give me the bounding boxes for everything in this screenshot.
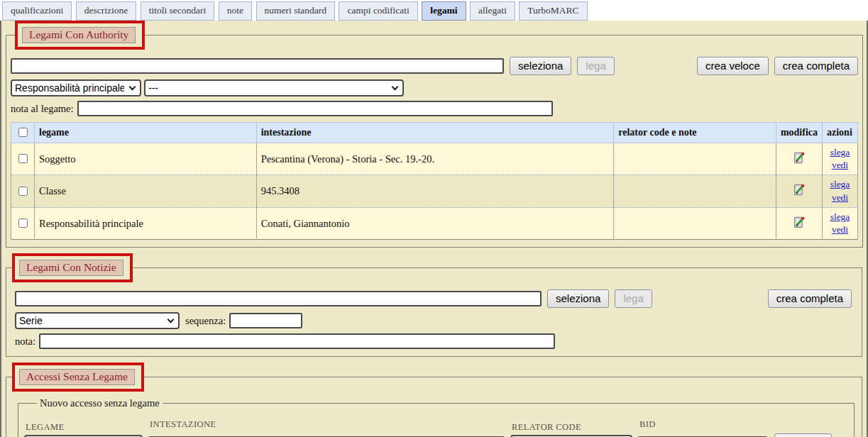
- link-type-select[interactable]: Responsabilità principale: [11, 79, 141, 96]
- tab-allegati[interactable]: allegati: [470, 1, 515, 21]
- edit-icon: [792, 188, 806, 199]
- tab-note[interactable]: note: [219, 1, 252, 21]
- nuovo-accesso-fieldset: Nuovo accesso senza legame LEGAME Respon…: [18, 397, 855, 437]
- section-accessi-senza-legame: Accessi Senza Legame Nuovo accesso senza…: [6, 363, 862, 437]
- notizie-search-input[interactable]: [15, 291, 542, 306]
- select-all-checkbox[interactable]: [18, 128, 28, 137]
- cell-legame: Classe: [35, 175, 257, 207]
- tab-legami[interactable]: legami: [422, 1, 466, 21]
- cell-legame: Soggetto: [35, 143, 257, 175]
- nota-al-legame-label: nota al legame:: [11, 103, 74, 115]
- section-legami-con-notizie: Legami Con Notizie seleziona lega crea c…: [6, 253, 862, 357]
- cell-relator: [614, 143, 776, 175]
- notizie-seleziona-button[interactable]: seleziona: [547, 289, 609, 308]
- slega-link[interactable]: slega: [827, 211, 853, 223]
- sequenza-label: sequenza:: [185, 315, 226, 327]
- col-header-intestazione: intestazione: [256, 123, 614, 143]
- nuovo-accesso-legend: Nuovo accesso senza legame: [37, 397, 163, 409]
- cell-relator: [614, 207, 776, 239]
- row-checkbox[interactable]: [18, 218, 28, 228]
- modifica-button[interactable]: [792, 216, 806, 231]
- nota-label: nota:: [15, 336, 35, 348]
- legami-con-notizie-annotation: Legami Con Notizie: [12, 253, 133, 282]
- row-checkbox[interactable]: [18, 187, 28, 196]
- table-row: Soggetto Pescantina (Verona) - Storia - …: [11, 143, 858, 175]
- modifica-button[interactable]: [792, 183, 806, 199]
- nota-al-legame-input[interactable]: [77, 101, 553, 116]
- edit-icon: [792, 221, 806, 231]
- crea-veloce-button[interactable]: crea veloce: [697, 57, 769, 75]
- bid-label: BID: [639, 419, 767, 430]
- col-header-relator: relator code e note: [614, 123, 776, 143]
- cell-relator: [614, 175, 776, 207]
- vedi-link[interactable]: vedi: [827, 223, 853, 236]
- slega-link[interactable]: slega: [827, 178, 853, 191]
- table-row: Classe 945.3408 slega vedi: [11, 175, 858, 207]
- tab-campi-codificati[interactable]: campi codificati: [339, 1, 417, 21]
- nota-input[interactable]: [39, 333, 555, 349]
- authority-value-select[interactable]: ---: [144, 79, 404, 96]
- bid-field: BID: [638, 419, 767, 437]
- authority-lega-button[interactable]: lega: [577, 57, 614, 75]
- notizie-crea-completa-button[interactable]: crea completa: [768, 289, 852, 308]
- cell-intestazione: Conati, Giannantonio: [256, 207, 614, 239]
- legame-field: LEGAME Responsabilità principale: [24, 422, 143, 437]
- legami-con-notizie-legend: Legami Con Notizie: [19, 260, 123, 276]
- tab-turbomarc[interactable]: TurboMARC: [519, 1, 587, 21]
- table-header-row: legame intestazione relator code e note …: [11, 123, 858, 143]
- notizie-type-select[interactable]: Serie: [15, 312, 180, 329]
- cell-intestazione: 945.3408: [256, 175, 614, 207]
- tab-descrizione[interactable]: descrizione: [76, 1, 136, 21]
- tab-titoli-secondari[interactable]: titoli secondari: [141, 1, 215, 21]
- slega-link[interactable]: slega: [827, 146, 853, 159]
- modifica-button[interactable]: [792, 151, 806, 167]
- accessi-senza-legame-legend: Accessi Senza Legame: [19, 369, 135, 385]
- notizie-type-select-wrap: Serie: [15, 312, 180, 329]
- crea-completa-button[interactable]: crea completa: [774, 57, 858, 75]
- tab-numeri-standard[interactable]: numeri standard: [256, 1, 335, 21]
- legami-con-authority-annotation: Legami Con Authority: [15, 21, 145, 50]
- legame-label: LEGAME: [26, 422, 143, 433]
- col-header-modifica: modifica: [776, 123, 822, 143]
- legami-con-authority-legend: Legami Con Authority: [22, 27, 136, 43]
- accessi-senza-legame-annotation: Accessi Senza Legame: [12, 363, 144, 392]
- vedi-link[interactable]: vedi: [827, 159, 853, 172]
- link-type-select-wrap: Responsabilità principale: [11, 79, 141, 96]
- tab-qualificazioni[interactable]: qualificazioni: [2, 1, 72, 21]
- vedi-link[interactable]: vedi: [827, 192, 853, 204]
- intestazione-label: INTESTAZIONE: [150, 419, 505, 430]
- relator-code-field: RELATOR CODE ---: [510, 422, 632, 437]
- table-row: Responsabilità principale Conati, Gianna…: [11, 207, 858, 239]
- legami-panel: Legami Con Authority seleziona lega crea…: [0, 21, 868, 437]
- section-legami-con-authority: Legami Con Authority seleziona lega crea…: [6, 21, 863, 248]
- relator-code-label: RELATOR CODE: [512, 422, 632, 433]
- authority-value-select-wrap: ---: [144, 79, 404, 96]
- notizie-lega-button[interactable]: lega: [615, 289, 652, 308]
- col-header-azioni: azioni: [823, 123, 858, 143]
- sequenza-input[interactable]: [229, 313, 302, 328]
- row-checkbox[interactable]: [18, 154, 28, 163]
- cell-legame: Responsabilità principale: [35, 207, 257, 239]
- intestazione-field: INTESTAZIONE: [148, 419, 505, 437]
- record-tabbar: qualificazioni descrizione titoli second…: [0, 0, 868, 21]
- authority-search-input[interactable]: [11, 58, 504, 74]
- col-header-legame: legame: [35, 123, 257, 143]
- cell-intestazione: Pescantina (Verona) - Storia - Sec. 19.-…: [256, 143, 614, 175]
- edit-icon: [792, 156, 806, 167]
- aggiungi-button[interactable]: aggiungi: [774, 433, 832, 437]
- authority-links-table: legame intestazione relator code e note …: [11, 122, 858, 240]
- authority-seleziona-button[interactable]: seleziona: [510, 57, 571, 75]
